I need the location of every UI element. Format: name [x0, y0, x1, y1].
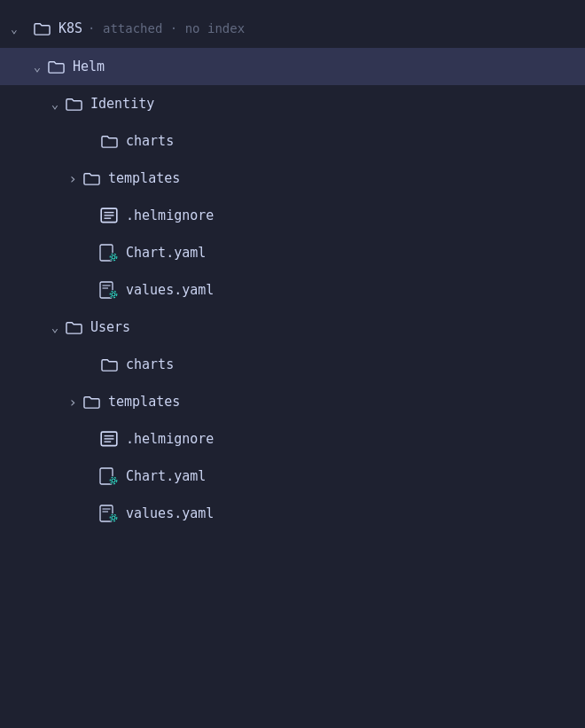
- tree-item-users-templates[interactable]: templates: [0, 383, 585, 420]
- identity-templates-chevron-icon: [64, 170, 82, 187]
- users-charts-label: charts: [126, 356, 174, 372]
- identity-chartyaml-icon: [99, 243, 119, 262]
- identity-label: Identity: [90, 96, 154, 112]
- tree-item-users-charts[interactable]: charts: [0, 346, 585, 383]
- users-valuesyaml-icon: [99, 504, 119, 523]
- users-templates-chevron-icon: [64, 394, 82, 411]
- k8s-label: K8S: [58, 20, 82, 36]
- tree-item-identity-valuesyaml[interactable]: values.yaml: [0, 271, 585, 309]
- users-helmignore-icon: [99, 429, 119, 449]
- tree-item-identity-templates[interactable]: templates: [0, 160, 585, 197]
- k8s-folder-icon: [32, 19, 51, 38]
- tree-item-identity-charts[interactable]: charts: [0, 122, 585, 160]
- helm-label: Helm: [73, 59, 105, 74]
- helm-chevron-icon: [28, 59, 46, 74]
- identity-charts-folder-icon: [99, 131, 119, 151]
- tree-item-users-chartyaml[interactable]: Chart.yaml: [0, 458, 585, 495]
- identity-charts-label: charts: [126, 133, 174, 149]
- tree-item-users[interactable]: Users: [0, 309, 585, 346]
- file-tree: ⌄ K8S · attached · no index Helm Identit: [0, 0, 585, 541]
- k8s-chevron-icon: ⌄: [11, 22, 28, 35]
- identity-folder-icon: [64, 94, 83, 114]
- tree-item-users-helmignore[interactable]: .helmignore: [0, 420, 585, 458]
- tree-item-helm[interactable]: Helm: [0, 48, 585, 85]
- tree-item-users-valuesyaml[interactable]: values.yaml: [0, 495, 585, 532]
- users-helmignore-label: .helmignore: [126, 431, 214, 447]
- identity-templates-label: templates: [108, 170, 180, 186]
- identity-chartyaml-label: Chart.yaml: [126, 245, 206, 261]
- identity-helmignore-icon: [99, 206, 119, 225]
- users-templates-label: templates: [108, 394, 180, 410]
- users-templates-folder-icon: [82, 392, 101, 411]
- tree-root-k8s[interactable]: ⌄ K8S · attached · no index: [0, 9, 585, 48]
- users-chevron-icon: [46, 320, 64, 334]
- tree-item-identity[interactable]: Identity: [0, 85, 585, 122]
- identity-valuesyaml-label: values.yaml: [126, 282, 214, 298]
- helm-folder-icon: [46, 57, 66, 76]
- users-valuesyaml-label: values.yaml: [126, 505, 214, 521]
- users-chartyaml-label: Chart.yaml: [126, 468, 206, 484]
- identity-templates-folder-icon: [82, 168, 101, 188]
- users-folder-icon: [64, 317, 83, 337]
- identity-helmignore-label: .helmignore: [126, 207, 214, 223]
- users-label: Users: [90, 319, 130, 335]
- users-chartyaml-icon: [99, 466, 119, 486]
- tree-item-identity-chartyaml[interactable]: Chart.yaml: [0, 234, 585, 271]
- identity-chevron-icon: [46, 97, 64, 111]
- identity-valuesyaml-icon: [99, 280, 119, 300]
- tree-item-identity-helmignore[interactable]: .helmignore: [0, 197, 585, 234]
- users-charts-folder-icon: [99, 355, 119, 374]
- k8s-meta: · attached · no index: [88, 21, 245, 35]
